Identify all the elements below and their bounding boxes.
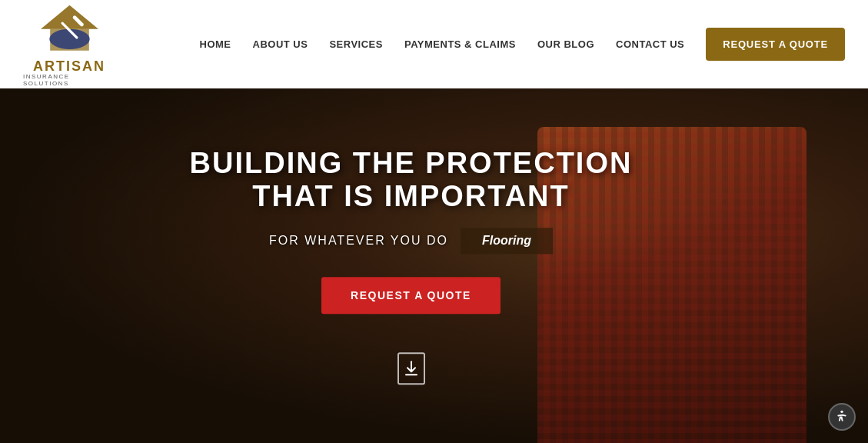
hero-section: BUILDING THE PROTECTION THAT IS IMPORTAN… xyxy=(0,88,868,443)
hero-content: BUILDING THE PROTECTION THAT IS IMPORTAN… xyxy=(181,147,642,385)
hero-subtitle-text: FOR WHATEVER YOU DO xyxy=(269,234,448,248)
logo-brand: ARTISAN xyxy=(33,59,105,73)
nav-blog[interactable]: OUR BLOG xyxy=(537,38,594,50)
nav-services[interactable]: SERVICES xyxy=(329,38,383,50)
scroll-down-icon[interactable] xyxy=(397,352,425,385)
hero-cta-wrapper: REQUEST A QUOTE xyxy=(181,277,642,345)
nav-payments[interactable]: PAYMENTS & CLAIMS xyxy=(404,38,516,50)
svg-point-7 xyxy=(840,411,843,413)
svg-marker-0 xyxy=(41,5,98,29)
hero-scroll-indicator[interactable] xyxy=(181,352,642,385)
accessibility-button[interactable] xyxy=(828,403,856,431)
nav-home[interactable]: HOME xyxy=(200,38,231,50)
nav-contact[interactable]: CONTACT US xyxy=(616,38,684,50)
accessibility-icon xyxy=(834,409,850,425)
download-icon-svg xyxy=(404,360,419,377)
navigation: HOME ABOUT US SERVICES PAYMENTS & CLAIMS… xyxy=(200,28,845,61)
hero-typing-box: Flooring xyxy=(461,228,553,254)
header-request-quote-button[interactable]: REQUEST A QUOTE xyxy=(706,28,845,61)
hero-subtitle-row: FOR WHATEVER YOU DO Flooring xyxy=(181,228,642,254)
header: ARTISAN INSURANCE SOLUTIONS HOME ABOUT U… xyxy=(0,0,868,88)
hero-title-line1: BUILDING THE PROTECTION xyxy=(181,147,642,181)
logo-icon xyxy=(37,2,102,59)
logo-subtitle: INSURANCE SOLUTIONS xyxy=(23,73,115,87)
logo[interactable]: ARTISAN INSURANCE SOLUTIONS xyxy=(23,2,115,87)
hero-title-line2: THAT IS IMPORTANT xyxy=(181,181,642,215)
hero-request-quote-button[interactable]: REQUEST A QUOTE xyxy=(321,277,501,314)
nav-about[interactable]: ABOUT US xyxy=(253,38,308,50)
